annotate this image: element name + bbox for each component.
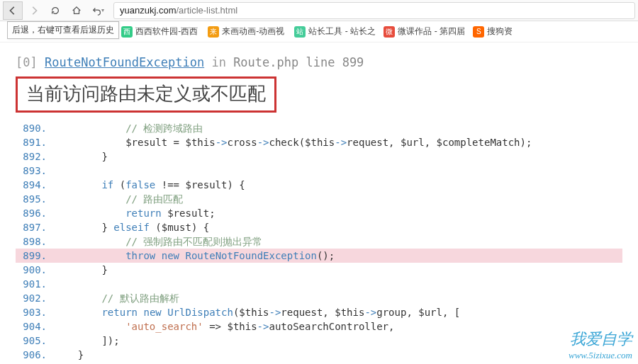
line-source: ]);: [54, 334, 622, 348]
reload-button[interactable]: [45, 1, 65, 20]
line-number: 903.: [16, 305, 54, 319]
bookmark-favicon: 来: [208, 26, 219, 38]
undo-button[interactable]: ▾: [88, 1, 108, 20]
line-source: 'auto_search' => $this->autoSearchContro…: [54, 319, 622, 334]
chevron-left-icon: [8, 6, 18, 16]
code-line: 903. return new UrlDispatch($this->reque…: [16, 305, 622, 319]
watermark: 我爱自学 www.5izixue.com: [569, 329, 632, 361]
watermark-url: www.5izixue.com: [569, 350, 632, 361]
page-content: [0] RouteNotFoundException in Route.php …: [0, 42, 638, 364]
line-source: }: [54, 348, 622, 362]
line-source: // 检测跨域路由: [54, 121, 622, 135]
bookmark-item[interactable]: 微微课作品 - 第四届: [381, 24, 466, 39]
bookmark-label: 站长工具 - 站长之: [308, 25, 376, 38]
line-number: 896.: [16, 206, 54, 220]
line-number: 894.: [16, 178, 54, 192]
bookmark-favicon: S: [473, 26, 484, 38]
code-line: 890. // 检测跨域路由: [16, 121, 622, 135]
error-index: [0]: [16, 55, 38, 69]
line-source: [54, 164, 622, 178]
error-class-link[interactable]: RouteNotFoundException: [45, 55, 204, 69]
line-number: 902.: [16, 291, 54, 305]
bookmark-item[interactable]: 站站长工具 - 站长之: [291, 24, 376, 39]
line-number: 893.: [16, 164, 54, 178]
error-location: Route.php line 899: [233, 55, 364, 69]
code-line: 904. 'auto_search' => $this->autoSearchC…: [16, 319, 622, 334]
line-source: }: [54, 263, 622, 277]
code-line: 900. }: [16, 263, 622, 277]
line-number: 895.: [16, 192, 54, 206]
error-summary: [0] RouteNotFoundException in Route.php …: [16, 55, 622, 69]
url-bar[interactable]: yuanzukj.com/article-list.html: [113, 2, 635, 19]
line-number: 898.: [16, 234, 54, 249]
line-source: return $result;: [54, 206, 622, 220]
line-number: 890.: [16, 121, 54, 135]
bookmark-label: 微课作品 - 第四届: [398, 25, 465, 38]
bookmark-favicon: 微: [384, 26, 395, 38]
code-line: 905. ]);: [16, 334, 622, 348]
line-number: 899.: [16, 249, 54, 263]
line-number: 904.: [16, 319, 54, 334]
bookmark-label: 西西软件园-西西: [135, 25, 198, 38]
line-number: 892.: [16, 149, 54, 164]
error-heading: 当前访问路由未定义或不匹配: [16, 76, 276, 113]
line-number: 897.: [16, 220, 54, 234]
code-line: 898. // 强制路由不匹配则抛出异常: [16, 234, 622, 249]
bookmark-item[interactable]: 来来画动画-动画视: [205, 24, 287, 39]
line-source: } elseif ($must) {: [54, 220, 622, 234]
line-source: // 强制路由不匹配则抛出异常: [54, 234, 622, 249]
line-number: 891.: [16, 135, 54, 149]
code-line: 901.: [16, 277, 622, 291]
bookmark-label: 搜狗资: [487, 25, 513, 38]
code-listing: 890. // 检测跨域路由891. $result = $this->cros…: [16, 121, 622, 364]
line-source: // 默认路由解析: [54, 291, 622, 305]
code-line: 906. }: [16, 348, 622, 362]
forward-button[interactable]: [24, 1, 44, 20]
back-tooltip: 后退，右键可查看后退历史: [7, 21, 119, 39]
line-source: $result = $this->cross->check($this->req…: [54, 135, 622, 149]
line-number: 900.: [16, 263, 54, 277]
browser-toolbar: ▾ yuanzukj.com/article-list.html: [0, 0, 638, 21]
watermark-title: 我爱自学: [569, 329, 632, 350]
undo-icon: [92, 6, 102, 16]
line-source: throw new RouteNotFoundException();: [54, 249, 622, 263]
url-path: /article-list.html: [176, 5, 237, 16]
line-number: 905.: [16, 334, 54, 348]
bookmark-item[interactable]: S搜狗资: [470, 24, 515, 39]
line-source: }: [54, 149, 622, 164]
code-line: 896. return $result;: [16, 206, 622, 220]
code-line: 893.: [16, 164, 622, 178]
bookmark-label: 来画动画-动画视: [222, 25, 284, 38]
bookmark-item[interactable]: 西西西软件园-西西: [118, 24, 201, 39]
back-button[interactable]: [3, 1, 23, 20]
code-line: 894. if (false !== $result) {: [16, 178, 622, 192]
home-button[interactable]: [67, 1, 86, 20]
code-line: 899. throw new RouteNotFoundException();: [16, 249, 622, 263]
url-host: yuanzukj.com: [120, 5, 176, 16]
error-in: in: [211, 55, 225, 69]
reload-icon: [50, 6, 60, 16]
code-line: 892. }: [16, 149, 622, 164]
line-source: if (false !== $result) {: [54, 178, 622, 192]
bookmark-favicon: 西: [121, 26, 133, 38]
line-source: return new UrlDispatch($this->request, $…: [54, 305, 622, 319]
code-line: 895. // 路由匹配: [16, 192, 622, 206]
line-number: 906.: [16, 348, 54, 362]
home-icon: [72, 6, 82, 16]
line-number: 901.: [16, 277, 54, 291]
code-line: 897. } elseif ($must) {: [16, 220, 622, 234]
code-line: 902. // 默认路由解析: [16, 291, 622, 305]
bookmark-favicon: 站: [294, 26, 306, 38]
line-source: // 路由匹配: [54, 192, 622, 206]
code-line: 891. $result = $this->cross->check($this…: [16, 135, 622, 149]
chevron-right-icon: [29, 6, 39, 16]
line-source: [54, 277, 622, 291]
